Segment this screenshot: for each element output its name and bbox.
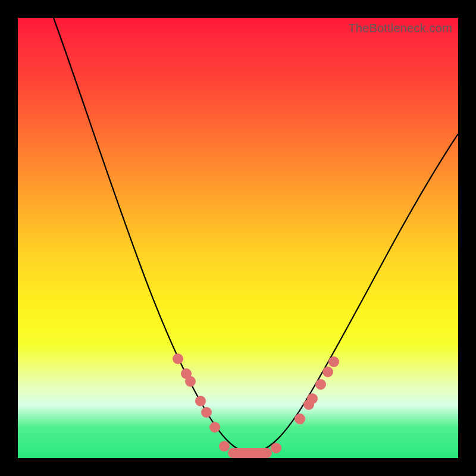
chart-frame: TheBottleneck.com [0, 0, 476, 476]
marker-dot [201, 407, 212, 418]
marker-dot [307, 393, 318, 404]
marker-dot [195, 396, 206, 406]
marker-dot [315, 379, 326, 390]
marker-dot [219, 441, 230, 452]
marker-dot [209, 422, 220, 433]
curve-svg [18, 18, 458, 458]
marker-dot [295, 414, 305, 424]
plot-area: TheBottleneck.com [18, 18, 458, 458]
marker-dot [328, 356, 339, 367]
bottleneck-curve [54, 18, 458, 454]
marker-dot [271, 443, 281, 453]
marker-dot [185, 376, 196, 387]
marker-dot [173, 353, 183, 364]
marker-dot [322, 367, 333, 377]
bottom-pill [228, 448, 272, 458]
